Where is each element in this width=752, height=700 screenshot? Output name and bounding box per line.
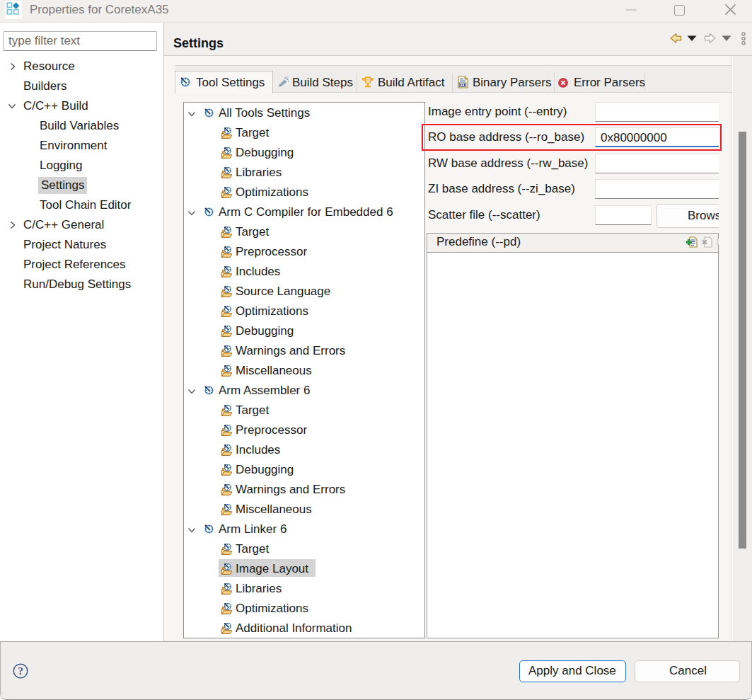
svg-text:?: ? xyxy=(18,665,23,677)
